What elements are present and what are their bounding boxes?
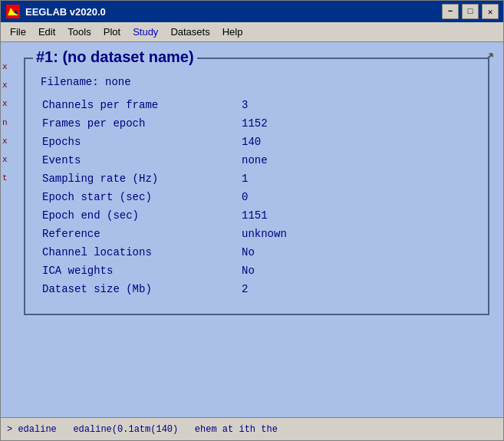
side-letters: x x x n x x t [2,58,8,187]
row-value-0: 3 [240,96,473,114]
side-letter-2: x [2,76,8,94]
dataset-panel: #1: (no dataset name) Filename: none Cha… [24,58,489,315]
table-row: Channel locationsNo [41,243,473,262]
row-value-6: 1151 [240,206,473,225]
row-label-1: Frames per epoch [41,114,240,133]
menu-study[interactable]: Study [127,25,164,39]
table-row: Referenceunknown [41,225,473,243]
row-label-0: Channels per frame [41,96,240,114]
menu-tools[interactable]: Tools [61,25,97,39]
close-button[interactable]: ✕ [482,4,499,19]
table-row: ICA weightsNo [41,262,473,280]
maximize-button[interactable]: □ [462,4,479,19]
table-row: Epochs140 [41,133,473,151]
row-value-8: No [240,243,473,262]
row-value-7: unknown [240,225,473,243]
row-value-3: none [240,151,473,169]
title-bar: EEGLAB v2020.0 − □ ✕ [1,1,503,22]
side-letter-5: x [2,132,8,150]
side-letter-4: n [2,114,8,132]
matlab-icon [5,4,21,19]
table-row: Sampling rate (Hz)1 [41,169,473,188]
side-letter-6: x [2,150,8,169]
panel-title: #1: (no dataset name) [33,48,197,66]
filename-label: Filename: none [41,76,131,88]
menu-help[interactable]: Help [216,25,249,39]
row-label-3: Events [41,151,240,169]
table-row: Frames per epoch1152 [41,114,473,133]
title-bar-left: EEGLAB v2020.0 [5,4,106,19]
table-row: Epoch end (sec)1151 [41,206,473,225]
bottom-text: > edaline edaline(0.1atm(140) ehem at it… [7,424,278,435]
row-value-1: 1152 [240,114,473,133]
row-label-10: Dataset size (Mb) [41,280,240,298]
table-row: Dataset size (Mb)2 [41,280,473,298]
row-label-7: Reference [41,225,240,243]
table-row: Epoch start (sec)0 [41,188,473,206]
row-label-8: Channel locations [41,243,240,262]
side-letter-3: x [2,94,8,113]
row-value-4: 1 [240,169,473,188]
row-value-2: 140 [240,133,473,151]
menu-file[interactable]: File [4,25,32,39]
row-label-9: ICA weights [41,262,240,280]
main-window: EEGLAB v2020.0 − □ ✕ File Edit Tools Plo… [0,0,504,441]
filename-row: Filename: none [41,76,473,88]
menubar: File Edit Tools Plot Study Datasets Help [1,22,503,42]
side-letter-7: t [2,169,8,187]
side-letter-1: x [2,58,8,76]
row-label-2: Epochs [41,133,240,151]
row-label-4: Sampling rate (Hz) [41,169,240,188]
main-content: x x x n x x t ↗ #1: (no dataset name) Fi… [1,42,503,417]
row-value-9: No [240,262,473,280]
menu-plot[interactable]: Plot [97,25,127,39]
table-row: Eventsnone [41,151,473,169]
menu-datasets[interactable]: Datasets [164,25,216,39]
table-row: Channels per frame3 [41,96,473,114]
row-label-5: Epoch start (sec) [41,188,240,206]
window-title: EEGLAB v2020.0 [25,6,106,18]
row-value-10: 2 [240,280,473,298]
row-label-6: Epoch end (sec) [41,206,240,225]
bottom-bar: > edaline edaline(0.1atm(140) ehem at it… [1,417,503,440]
minimize-button[interactable]: − [442,4,459,19]
row-value-5: 0 [240,188,473,206]
info-table: Channels per frame3Frames per epoch1152E… [41,96,473,298]
title-controls: − □ ✕ [442,4,499,19]
menu-edit[interactable]: Edit [32,25,61,39]
